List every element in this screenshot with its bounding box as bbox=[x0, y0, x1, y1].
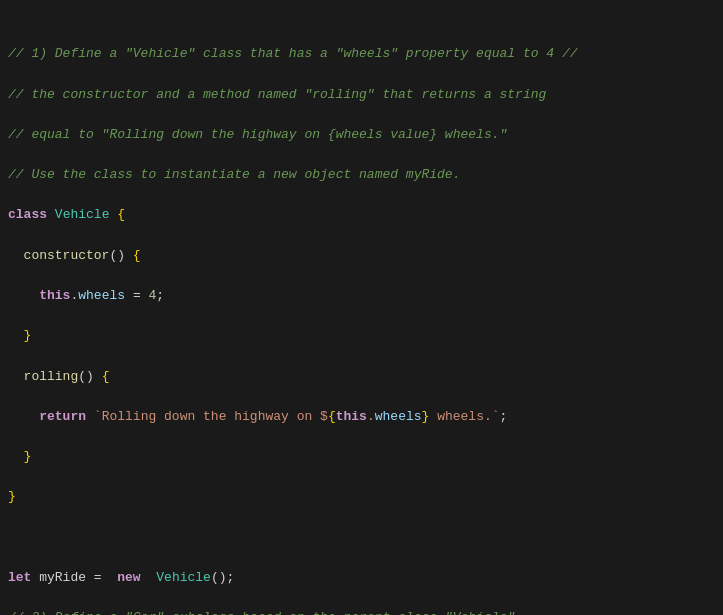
line-15: // 2) Define a "Car" subclass based on t… bbox=[8, 608, 715, 615]
line-5: class Vehicle { bbox=[8, 205, 715, 225]
code-editor: // 1) Define a "Vehicle" class that has … bbox=[0, 0, 723, 615]
line-12: } bbox=[8, 487, 715, 507]
line-4: // Use the class to instantiate a new ob… bbox=[8, 165, 715, 185]
line-2: // the constructor and a method named "r… bbox=[8, 85, 715, 105]
line-6: constructor() { bbox=[8, 246, 715, 266]
line-7: this.wheels = 4; bbox=[8, 286, 715, 306]
line-10: return `Rolling down the highway on ${th… bbox=[8, 407, 715, 427]
line-3: // equal to "Rolling down the highway on… bbox=[8, 125, 715, 145]
line-8: } bbox=[8, 326, 715, 346]
line-13 bbox=[8, 528, 715, 548]
line-14: let myRide = new Vehicle(); bbox=[8, 568, 715, 588]
line-11: } bbox=[8, 447, 715, 467]
line-1: // 1) Define a "Vehicle" class that has … bbox=[8, 44, 715, 64]
line-9: rolling() { bbox=[8, 367, 715, 387]
